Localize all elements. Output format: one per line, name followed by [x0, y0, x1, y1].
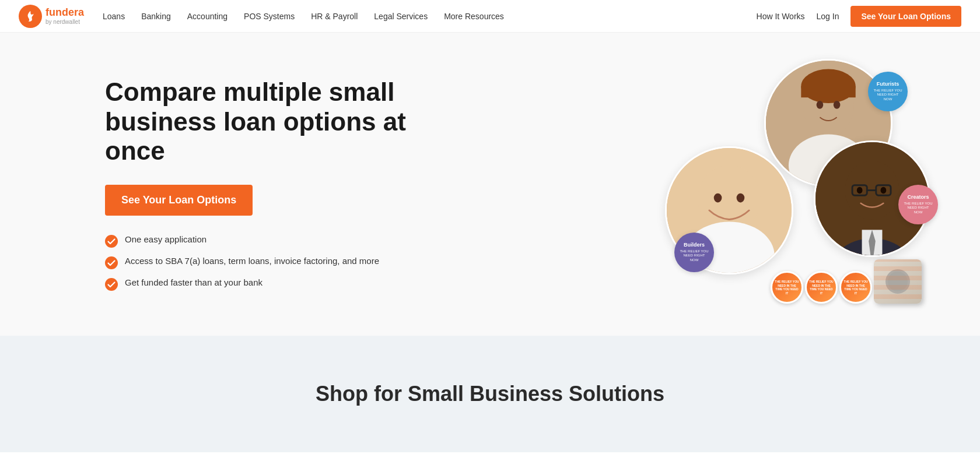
svg-rect-7: [801, 86, 855, 97]
nav-right: How It Works Log In See Your Loan Option…: [757, 6, 961, 27]
tape-roll: [874, 259, 922, 304]
hero-cta-button[interactable]: See Your Loan Options: [105, 185, 253, 216]
sticker-roll-2-text: THE RELIEF YOU NEED IN THE TIME YOU NEED…: [807, 278, 836, 297]
svg-point-2: [105, 278, 118, 291]
hero-title: Compare multiple small business loan opt…: [105, 78, 408, 166]
svg-point-14: [714, 193, 722, 203]
hero-features-list: One easy application Access to SBA 7(a) …: [105, 234, 408, 291]
sticker-roll-3: THE RELIEF YOU NEED IN THE TIME YOU NEED…: [839, 271, 872, 304]
logo-text: fundera by nerdwallet: [46, 7, 84, 25]
feature-text-2: Access to SBA 7(a) loans, term loans, in…: [125, 256, 379, 266]
nav-item-accounting[interactable]: Accounting: [187, 12, 228, 21]
svg-point-9: [834, 101, 841, 109]
how-it-works-link[interactable]: How It Works: [757, 12, 805, 21]
bubble-builders-sub: THE RELIEF YOU NEED RIGHT NOW: [679, 249, 709, 262]
bubble-creators: Creators THE RELIEF YOU NEED RIGHT NOW: [898, 185, 938, 224]
bottom-section: Shop for Small Business Solutions: [0, 336, 980, 452]
fundera-flame-icon: [24, 10, 37, 23]
svg-point-25: [857, 187, 863, 194]
bubble-creators-title: Creators: [907, 195, 929, 200]
check-icon-3: [105, 278, 118, 291]
bubble-creators-sub: THE RELIEF YOU NEED RIGHT NOW: [903, 202, 933, 214]
bubble-builders: Builders THE RELIEF YOU NEED RIGHT NOW: [674, 233, 714, 272]
sticker-roll-2: THE RELIEF YOU NEED IN THE TIME YOU NEED…: [805, 271, 838, 304]
nav-item-hr[interactable]: HR & Payroll: [311, 12, 358, 21]
bubble-futurists-sub: THE RELIEF YOU NEED RIGHT NOW: [873, 89, 903, 101]
feature-text-1: One easy application: [125, 234, 206, 244]
bubble-futurists: Futurists THE RELIEF YOU NEED RIGHT NOW: [868, 72, 908, 111]
bubble-builders-title: Builders: [684, 242, 705, 248]
sticker-roll-1: THE RELIEF YOU NEED IN THE TIME YOU NEED…: [771, 271, 803, 304]
logo-icon: [19, 5, 42, 28]
feature-item-3: Get funded faster than at your bank: [105, 277, 408, 291]
bottom-title: Shop for Small Business Solutions: [316, 382, 664, 406]
nav-item-loans[interactable]: Loans: [103, 12, 125, 21]
check-icon-1: [105, 235, 118, 248]
nav-item-legal[interactable]: Legal Services: [374, 12, 428, 21]
logo[interactable]: fundera by nerdwallet: [19, 5, 84, 28]
nav-item-more[interactable]: More Resources: [444, 12, 504, 21]
check-icon-2: [105, 256, 118, 269]
svg-point-0: [105, 235, 118, 248]
nav-item-banking[interactable]: Banking: [141, 12, 171, 21]
bubble-futurists-title: Futurists: [877, 82, 900, 87]
logo-brand: fundera: [46, 7, 84, 19]
logo-sub: by nerdwallet: [46, 19, 84, 25]
sticker-roll-3-text: THE RELIEF YOU NEED IN THE TIME YOU NEED…: [841, 278, 870, 297]
svg-point-8: [817, 101, 824, 109]
hero-section: Compare multiple small business loan opt…: [0, 33, 980, 336]
nav-item-pos[interactable]: POS Systems: [244, 12, 295, 21]
feature-item-2: Access to SBA 7(a) loans, term loans, in…: [105, 256, 408, 269]
navigation: fundera by nerdwallet Loans Banking Acco…: [0, 0, 980, 33]
svg-point-1: [105, 256, 118, 269]
nav-cta-button[interactable]: See Your Loan Options: [850, 6, 961, 27]
hero-image-area: Futurists THE RELIEF YOU NEED RIGHT NOW …: [665, 59, 933, 309]
hero-content: Compare multiple small business loan opt…: [105, 78, 408, 291]
sticker-rolls-area: THE RELIEF YOU NEED IN THE TIME YOU NEED…: [771, 259, 922, 304]
login-link[interactable]: Log In: [817, 12, 839, 21]
sticker-roll-1-text: THE RELIEF YOU NEED IN THE TIME YOU NEED…: [772, 278, 802, 297]
feature-text-3: Get funded faster than at your bank: [125, 277, 262, 287]
svg-point-15: [737, 193, 745, 203]
feature-item-1: One easy application: [105, 234, 408, 248]
nav-links: Loans Banking Accounting POS Systems HR …: [103, 12, 757, 21]
svg-point-26: [881, 187, 887, 194]
